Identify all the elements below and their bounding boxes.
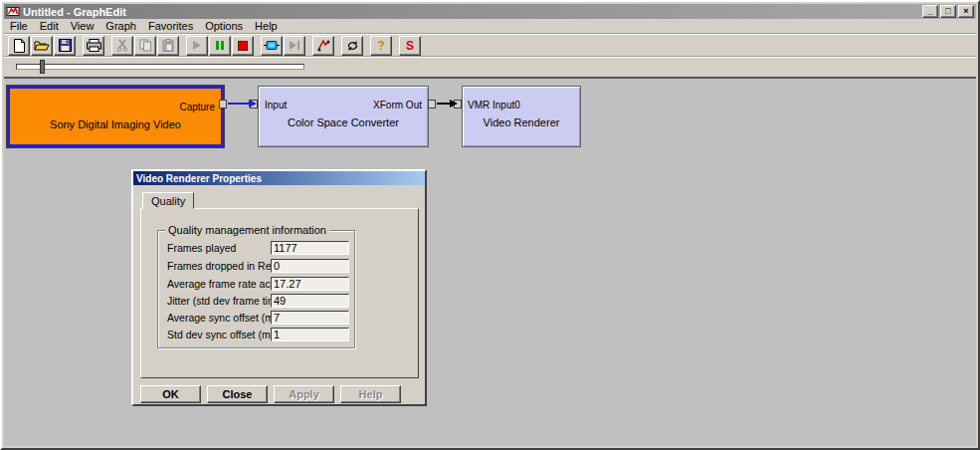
pin-tab-capture-out[interactable] [219,100,227,109]
stat-value-field[interactable]: 7 [271,311,349,325]
pin-label-input: Input [265,100,287,111]
open-folder-icon [34,39,50,52]
play-icon [192,40,202,51]
help-button[interactable]: ? [370,36,392,56]
stat-row-avg-frame-rate: Average frame rate achieved 17.27 [167,277,346,291]
pin-tab-xform-out[interactable] [428,100,436,109]
maximize-button[interactable]: □ [940,5,956,18]
dialog-title: Video Renderer Properties [136,173,262,184]
seek-trackbar[interactable] [16,64,304,70]
filter-node-video-renderer[interactable]: VMR Input0 Video Renderer [462,86,581,147]
stat-row-frames-dropped: Frames dropped in Renderer 0 [167,259,346,273]
menu-graph[interactable]: Graph [99,20,142,32]
title-bar[interactable]: Untitled - GraphEdit _ □ × [4,4,976,19]
quality-management-groupbox: Quality management information Frames pl… [157,230,355,348]
seek-bar-row [4,59,976,76]
connection-capture-to-input[interactable] [228,103,250,105]
stats-button[interactable]: S [399,36,421,56]
menu-favorites[interactable]: Favorites [142,20,199,32]
help-button-dialog: Help [340,385,401,403]
connection-xformout-to-vmrinput[interactable] [437,103,451,105]
pin-label-vmr-input0: VMR Input0 [468,100,520,111]
graph-spy-icon [316,39,330,52]
menu-help[interactable]: Help [249,20,284,32]
new-button[interactable] [8,36,30,56]
toolbar: ? S [4,35,976,56]
paste-clipboard-icon [162,39,174,52]
copy-icon [139,39,152,52]
menu-file[interactable]: File [4,20,34,32]
printer-icon [87,39,101,52]
new-document-icon [13,39,26,53]
step-button [284,36,305,56]
graphedit-app-icon [6,5,20,18]
help-question-icon: ? [377,40,384,52]
save-button[interactable] [54,36,76,56]
ok-button[interactable]: OK [140,385,201,403]
close-button[interactable]: × [958,5,974,18]
filter-name: Sony Digital Imaging Video [10,118,221,130]
stat-value-field[interactable]: 17.27 [271,277,349,291]
toolbar-seek-divider [4,56,976,58]
open-button[interactable] [31,36,53,56]
stat-row-avg-sync-offset: Average sync offset (mSec) 7 [167,311,346,325]
graphedit-window: Untitled - GraphEdit _ □ × File Edit Vie… [0,0,980,450]
tab-quality[interactable]: Quality [142,192,194,209]
cut-button [111,36,133,56]
graph-spy-button[interactable] [312,36,334,56]
pin-label-xform-out: XForm Out [373,100,422,111]
refresh-button[interactable] [341,36,363,56]
close-button-dialog[interactable]: Close [207,385,268,403]
pause-button[interactable] [209,36,231,56]
stat-row-frames-played: Frames played 1177 [167,241,346,255]
menu-view[interactable]: View [65,20,100,32]
menu-edit[interactable]: Edit [34,20,65,32]
filter-node-color-space-converter[interactable]: Input XForm Out Color Space Converter [258,86,429,147]
seek-thumb[interactable] [40,60,45,74]
filter-node-sony-digital-imaging-video[interactable]: Capture Sony Digital Imaging Video [7,86,224,147]
stat-value-field[interactable]: 0 [271,259,349,273]
groupbox-title: Quality management information [165,224,329,236]
scissors-icon [116,39,128,52]
stat-value-field[interactable]: 49 [271,294,349,308]
insert-filter-button[interactable] [261,36,283,56]
tab-page-quality: Quality management information Frames pl… [140,208,419,378]
video-renderer-properties-dialog: Video Renderer Properties Quality Qualit… [131,169,427,406]
stat-value-field[interactable]: 1 [271,328,349,341]
stat-row-jitter: Jitter (std dev frame time) (mSec) 49 [167,294,346,308]
menu-options[interactable]: Options [199,20,249,32]
menu-bar: File Edit View Graph Favorites Options H… [4,19,976,33]
step-icon [289,40,300,51]
refresh-icon [346,40,359,52]
connection-arrowhead-black [450,100,458,108]
filter-name: Color Space Converter [259,116,428,128]
stop-button[interactable] [232,36,254,56]
filter-name: Video Renderer [463,116,580,128]
window-title: Untitled - GraphEdit [23,6,922,18]
insert-filter-icon [264,40,280,51]
apply-button: Apply [274,385,334,403]
pin-label-capture: Capture [179,102,215,112]
connection-arrowhead-blue [249,100,257,108]
save-floppy-icon [59,39,72,52]
copy-button [134,36,156,56]
stat-label: Frames played [167,242,236,254]
paste-button [157,36,179,56]
minimize-button[interactable]: _ [922,5,938,18]
dialog-title-bar[interactable]: Video Renderer Properties [133,171,425,185]
print-button[interactable] [83,36,104,56]
play-button [186,36,208,56]
stats-s-icon: S [406,40,414,52]
stat-row-stddev-sync-offset: Std dev sync offset (mSec) 1 [167,328,346,341]
stop-icon [238,41,248,51]
pause-icon [215,40,225,51]
stat-value-field[interactable]: 1177 [271,241,349,255]
